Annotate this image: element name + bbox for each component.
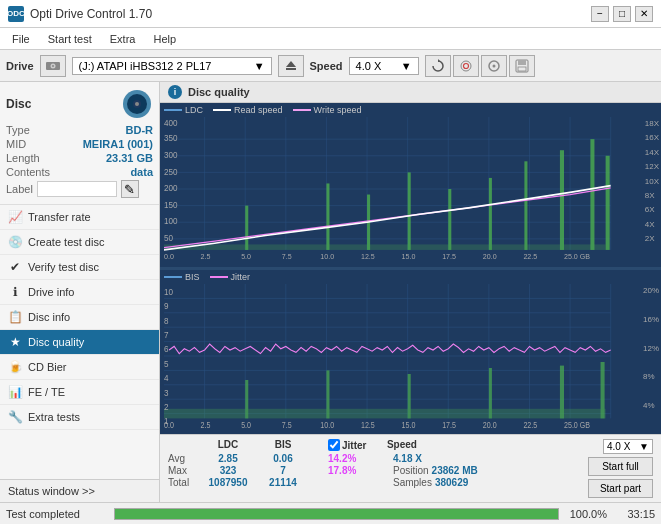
legend-read-speed: Read speed [213,105,283,115]
svg-text:250: 250 [164,166,178,176]
app-title: Opti Drive Control 1.70 [30,7,152,21]
drive-label: Drive [6,60,34,72]
sidebar-item-verify-test-disc[interactable]: ✔ Verify test disc [0,255,159,280]
stats-total-row: Total 1087950 21114 Samples 380629 [168,477,580,488]
sidebar-item-transfer-rate[interactable]: 📈 Transfer rate [0,205,159,230]
refresh-button[interactable] [425,55,451,77]
sidebar-item-label: Disc quality [28,336,84,348]
svg-rect-90 [408,374,411,418]
max-ldc: 323 [198,465,258,476]
svg-text:150: 150 [164,199,178,209]
svg-text:25.0 GB: 25.0 GB [564,251,590,260]
svg-rect-41 [448,189,451,250]
sidebar-item-fe-te[interactable]: 📊 FE / TE [0,380,159,405]
sidebar-item-disc-quality[interactable]: ★ Disc quality [0,330,159,355]
chart1-yr-14x: 14X [645,148,659,157]
chart2-yr-8: 8% [643,372,659,381]
disc-quality-title: Disc quality [188,86,250,98]
menu-start-test[interactable]: Start test [40,31,100,47]
svg-rect-46 [606,156,610,250]
svg-text:10: 10 [164,286,173,297]
read-speed-color [213,109,231,111]
total-bis: 21114 [258,477,308,488]
menu-extra[interactable]: Extra [102,31,144,47]
disc-button[interactable] [481,55,507,77]
stats-col-bis: BIS [258,439,308,451]
status-window-button[interactable]: Status window >> [0,479,159,502]
sidebar-item-label: Transfer rate [28,211,91,223]
svg-text:50: 50 [164,233,173,243]
avg-jitter: 14.2% [328,453,393,464]
disc-length-label: Length [6,152,40,164]
chart1-yr-12x: 12X [645,162,659,171]
svg-text:22.5: 22.5 [523,251,537,260]
disc-label-input[interactable] [37,181,117,197]
drive-dropdown[interactable]: (J:) ATAPI iHBS312 2 PL17 ▼ [72,57,272,75]
title-bar-left: ODC Opti Drive Control 1.70 [8,6,152,22]
speed-dropdown-stats[interactable]: 4.0 X ▼ [603,439,653,454]
settings-button[interactable] [453,55,479,77]
disc-mid-value: MEIRA1 (001) [83,138,153,150]
sidebar-item-label: Disc info [28,311,70,323]
disc-label-edit-button[interactable]: ✎ [121,180,139,198]
svg-text:15.0: 15.0 [402,420,416,428]
svg-rect-45 [590,139,594,250]
sidebar-item-extra-tests[interactable]: 🔧 Extra tests [0,405,159,430]
svg-rect-44 [560,150,564,250]
disc-label-row: Label ✎ [6,180,153,198]
stats-col-ldc: LDC [198,439,258,451]
speed-dropdown[interactable]: 4.0 X ▼ [349,57,419,75]
start-full-button[interactable]: Start full [588,457,653,476]
chart1-yr-10x: 10X [645,177,659,186]
chart2-yr-4: 4% [643,401,659,410]
jitter-color [210,276,228,278]
eject-button[interactable] [278,55,304,77]
svg-rect-12 [518,67,526,71]
verify-test-disc-icon: ✔ [8,260,22,274]
stats-panel: LDC BIS Jitter Speed Avg 2.85 [160,434,661,502]
menu-help[interactable]: Help [145,31,184,47]
svg-text:5: 5 [164,358,169,369]
svg-text:400: 400 [164,118,178,128]
save-button[interactable] [509,55,535,77]
start-part-button[interactable]: Start part [588,479,653,498]
samples-label: Samples [393,477,432,488]
chart1-svg-container: 400 350 300 250 200 150 100 50 0.0 2.5 5… [164,117,631,261]
write-speed-label: Write speed [314,105,362,115]
jitter-checkbox[interactable] [328,439,340,451]
disc-mid-label: MID [6,138,26,150]
speed-dropdown-row: 4.0 X ▼ [603,439,653,454]
svg-text:15.0: 15.0 [402,251,416,260]
stats-header-row: LDC BIS Jitter Speed [168,439,580,451]
total-ldc: 1087950 [198,477,258,488]
svg-text:4: 4 [164,373,169,384]
chart2-svg-container: 10 9 8 7 6 5 4 3 2 1 0.0 2.5 5 [164,284,631,428]
chart2-legend: BIS Jitter [164,270,631,284]
svg-rect-42 [489,178,492,250]
svg-rect-93 [601,362,605,418]
max-jitter: 17.8% [328,465,393,476]
svg-point-9 [492,64,495,67]
minimize-button[interactable]: − [591,6,609,22]
chart1-yr-8x: 8X [645,191,659,200]
close-button[interactable]: ✕ [635,6,653,22]
status-time: 33:15 [615,508,655,520]
chart1-legend: LDC Read speed Write speed [164,103,631,117]
disc-type-label: Type [6,124,30,136]
progress-bar-fill [115,509,558,519]
charts-area: LDC Read speed Write speed [160,103,661,502]
sidebar-item-cd-bier[interactable]: 🍺 CD Bier [0,355,159,380]
max-label: Max [168,465,198,476]
transfer-rate-icon: 📈 [8,210,22,224]
sidebar-item-drive-info[interactable]: ℹ Drive info [0,280,159,305]
sidebar-item-create-test-disc[interactable]: 💿 Create test disc [0,230,159,255]
sidebar-item-disc-info[interactable]: 📋 Disc info [0,305,159,330]
max-bis: 7 [258,465,308,476]
main-layout: Disc Type BD-R MID MEIRA1 (001) Length 2… [0,82,661,502]
menu-file[interactable]: File [4,31,38,47]
svg-point-2 [52,65,54,67]
svg-text:2.5: 2.5 [201,420,211,428]
svg-text:17.5: 17.5 [442,251,456,260]
svg-text:9: 9 [164,301,169,312]
maximize-button[interactable]: □ [613,6,631,22]
